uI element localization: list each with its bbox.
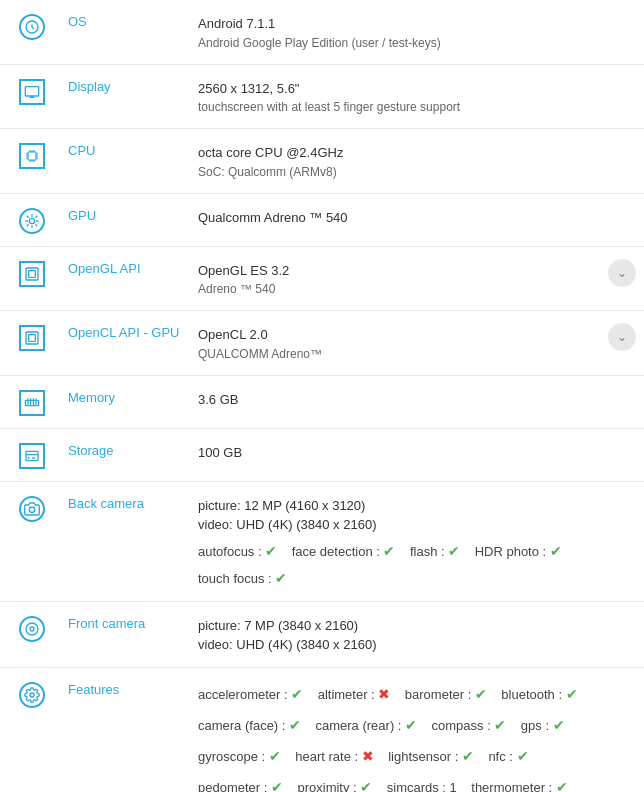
memory-value: 3.6 GB <box>190 376 644 422</box>
feat-bluetooth-check: ✔ <box>566 686 578 702</box>
feat-camera-face-label: camera (face) : <box>198 718 289 733</box>
feat-gps-check: ✔ <box>553 717 565 733</box>
os-icon-cell <box>0 0 60 52</box>
opengl-icon <box>19 261 45 287</box>
row-front-camera: Front camera picture: 7 MP (3840 x 2160)… <box>0 602 644 668</box>
feat-barometer-label: barometer : <box>405 687 475 702</box>
memory-main: 3.6 GB <box>198 390 636 410</box>
feat-camera-rear-label: camera (rear) : <box>315 718 405 733</box>
features-value: accelerometer : ✔ altimeter : ✖ baromete… <box>190 668 644 793</box>
feat-accelerometer-check: ✔ <box>291 686 303 702</box>
opengl-expand-button[interactable]: ⌄ <box>608 259 636 287</box>
opengl-value: OpenGL ES 3.2 Adreno ™ 540 ⌄ <box>190 247 644 311</box>
svg-rect-26 <box>26 268 38 280</box>
svg-line-20 <box>27 215 29 217</box>
feat-touchfocus-check: ✔ <box>275 570 287 586</box>
back-camera-features-line1: autofocus : ✔ face detection : ✔ flash :… <box>198 541 636 562</box>
back-camera-main-1: picture: 12 MP (4160 x 3120) <box>198 496 636 516</box>
svg-line-25 <box>35 215 37 217</box>
features-line-3: gyroscope : ✔ heart rate : ✖ lightsensor… <box>198 744 636 769</box>
opengl-sub: Adreno ™ 540 <box>198 280 636 298</box>
os-main: Android 7.1.1 <box>198 14 636 34</box>
feat-simcards-label: simcards : 1 <box>387 780 457 792</box>
feat-proximity-check: ✔ <box>360 779 372 792</box>
os-value: Android 7.1.1 Android Google Play Editio… <box>190 0 644 64</box>
features-line-2: camera (face) : ✔ camera (rear) : ✔ comp… <box>198 713 636 738</box>
svg-line-21 <box>35 224 37 226</box>
opencl-expand-button[interactable]: ⌄ <box>608 323 636 351</box>
features-line-4: pedometer : ✔ proximity : ✔ simcards : 1… <box>198 775 636 792</box>
gpu-icon <box>19 208 45 234</box>
back-camera-value: picture: 12 MP (4160 x 3120) video: UHD … <box>190 482 644 601</box>
gpu-value: Qualcomm Adreno ™ 540 <box>190 194 644 240</box>
svg-rect-30 <box>25 400 38 405</box>
cpu-icon-cell <box>0 129 60 181</box>
feat-hdr-check: ✔ <box>550 543 562 559</box>
display-icon <box>19 79 45 105</box>
storage-icon-cell <box>0 429 60 481</box>
opengl-main: OpenGL ES 3.2 <box>198 261 636 281</box>
row-display: Display 2560 x 1312, 5.6" touchscreen wi… <box>0 65 644 130</box>
row-memory: Memory 3.6 GB <box>0 376 644 429</box>
feat-gyroscope-check: ✔ <box>269 748 281 764</box>
cpu-value: octa core CPU @2.4GHz SoC: Qualcomm (ARM… <box>190 129 644 193</box>
feat-gps-label: gps : <box>521 718 553 733</box>
feat-touchfocus-label: touch focus : <box>198 571 275 586</box>
os-sub: Android Google Play Edition (user / test… <box>198 34 636 52</box>
front-camera-value: picture: 7 MP (3840 x 2160) video: UHD (… <box>190 602 644 667</box>
storage-icon <box>19 443 45 469</box>
opencl-icon <box>19 325 45 351</box>
opengl-icon-cell <box>0 247 60 299</box>
svg-point-44 <box>26 623 38 635</box>
feat-heartrate-label: heart rate : <box>295 749 361 764</box>
features-icon-cell <box>0 668 60 720</box>
opengl-label: OpenGL API <box>60 247 190 288</box>
front-camera-icon-cell <box>0 602 60 654</box>
feat-pedometer-label: pedometer : <box>198 780 271 792</box>
front-camera-icon <box>19 616 45 642</box>
feat-camera-face-check: ✔ <box>289 717 301 733</box>
row-os: OS Android 7.1.1 Android Google Play Edi… <box>0 0 644 65</box>
cpu-main: octa core CPU @2.4GHz <box>198 143 636 163</box>
svg-point-43 <box>29 507 34 512</box>
spec-container: OS Android 7.1.1 Android Google Play Edi… <box>0 0 644 792</box>
feat-face-detection-label: face detection : <box>292 544 384 559</box>
svg-line-24 <box>27 224 29 226</box>
storage-label: Storage <box>60 429 190 470</box>
feat-barometer-check: ✔ <box>475 686 487 702</box>
svg-rect-39 <box>26 451 38 460</box>
gpu-icon-cell <box>0 194 60 246</box>
feat-flash-check: ✔ <box>448 543 460 559</box>
storage-main: 100 GB <box>198 443 636 463</box>
row-opencl: OpenCL API - GPU OpenCL 2.0 QUALCOMM Adr… <box>0 311 644 376</box>
svg-rect-28 <box>26 332 38 344</box>
feat-lightsensor-check: ✔ <box>462 748 474 764</box>
feat-accelerometer-label: accelerometer : <box>198 687 291 702</box>
svg-point-46 <box>30 693 34 697</box>
feat-altimeter-check: ✖ <box>378 686 390 702</box>
cpu-label: CPU <box>60 129 190 170</box>
gpu-main: Qualcomm Adreno ™ 540 <box>198 208 636 228</box>
opencl-value: OpenCL 2.0 QUALCOMM Adreno™ ⌄ <box>190 311 644 375</box>
svg-rect-27 <box>29 270 36 277</box>
feat-heartrate-check: ✖ <box>362 748 374 764</box>
storage-value: 100 GB <box>190 429 644 475</box>
feat-flash-label: flash : <box>410 544 448 559</box>
cpu-icon <box>19 143 45 169</box>
feat-lightsensor-label: lightsensor : <box>388 749 462 764</box>
svg-point-45 <box>30 627 34 631</box>
feat-altimeter-label: altimeter : <box>318 687 379 702</box>
cpu-sub: SoC: Qualcomm (ARMv8) <box>198 163 636 181</box>
front-camera-main-1: picture: 7 MP (3840 x 2160) <box>198 616 636 636</box>
back-camera-icon-cell <box>0 482 60 534</box>
feat-autofocus-label: autofocus : <box>198 544 265 559</box>
opencl-label: OpenCL API - GPU <box>60 311 190 352</box>
row-gpu: GPU Qualcomm Adreno ™ 540 <box>0 194 644 247</box>
gpu-label: GPU <box>60 194 190 235</box>
back-camera-icon <box>19 496 45 522</box>
display-value: 2560 x 1312, 5.6" touchscreen with at le… <box>190 65 644 129</box>
feat-autofocus-check: ✔ <box>265 543 277 559</box>
feat-camera-rear-check: ✔ <box>405 717 417 733</box>
back-camera-features-line2: touch focus : ✔ <box>198 568 636 589</box>
features-line-1: accelerometer : ✔ altimeter : ✖ baromete… <box>198 682 636 707</box>
